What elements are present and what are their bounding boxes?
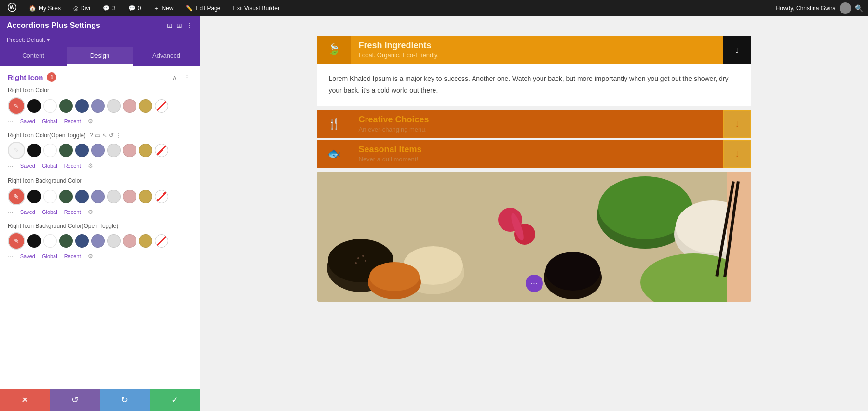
bg-swatch-black[interactable] <box>27 190 41 203</box>
color-more-dots-4[interactable]: ··· <box>8 252 14 260</box>
bg-ot-selected-swatch[interactable]: ✎ <box>8 232 25 250</box>
zero-comment-item[interactable]: 💬 0 <box>125 4 144 13</box>
sidebar-layout-icon[interactable]: ⊞ <box>176 22 182 29</box>
my-sites-item[interactable]: 🏠 My Sites <box>26 4 64 13</box>
exit-builder-item[interactable]: Exit Visual Builder <box>230 4 283 13</box>
color-recent-link-2[interactable]: Recent <box>64 163 81 169</box>
color-disabled-swatch-1[interactable]: ✎ <box>8 142 25 159</box>
ot-swatch-black-1[interactable] <box>27 144 41 157</box>
ot-swatch-lavender-1[interactable] <box>91 144 105 157</box>
undo-button[interactable]: ↺ <box>50 389 100 411</box>
edit-page-item[interactable]: ✏️ Edit Page <box>183 4 223 13</box>
accordion-toggle-1[interactable]: ↓ <box>723 36 751 64</box>
color-more-dots-2[interactable]: ··· <box>8 162 14 170</box>
color-saved-link-2[interactable]: Saved <box>20 163 35 169</box>
bg-swatch-gold[interactable] <box>139 190 152 203</box>
color-settings-icon-3[interactable]: ⚙ <box>88 209 93 215</box>
bg-swatch-white[interactable] <box>43 190 57 203</box>
redo-button[interactable]: ↻ <box>100 389 150 411</box>
color-settings-icon-2[interactable]: ⚙ <box>88 162 93 169</box>
sidebar-toolbar: ✕ ↺ ↻ ✓ <box>0 389 200 411</box>
avatar <box>840 2 851 14</box>
reset-icon-1[interactable]: ↺ <box>109 132 114 139</box>
color-settings-icon-1[interactable]: ⚙ <box>88 118 93 125</box>
food-image-section: ··· <box>317 172 751 302</box>
bg-swatch-lavender[interactable] <box>91 190 105 203</box>
accordion-toggle-2[interactable]: ↓ <box>723 110 751 138</box>
ot-swatch-pink-1[interactable] <box>123 144 136 157</box>
undo-icon: ↺ <box>71 395 79 405</box>
tab-content[interactable]: Content <box>0 47 67 66</box>
color-global-link-4[interactable]: Global <box>42 253 57 259</box>
bg-swatch-green[interactable] <box>59 190 73 203</box>
bg-swatch-clear[interactable] <box>155 190 168 203</box>
color-recent-link-4[interactable]: Recent <box>64 253 81 259</box>
food-image-overlay-button[interactable]: ··· <box>526 275 543 292</box>
bg-ot-swatch-lightgray[interactable] <box>107 234 121 248</box>
sidebar-menu-icon[interactable]: ⋮ <box>186 22 193 29</box>
bg-ot-swatch-blue[interactable] <box>75 234 89 248</box>
section-collapse-icon[interactable]: ∧ <box>170 73 179 82</box>
color-global-link-1[interactable]: Global <box>42 119 57 124</box>
accordion-header-3[interactable]: 🐟 Seasonal Items Never a dull moment! ↓ <box>317 140 751 168</box>
sidebar: Accordions Plus Settings ⊡ ⊞ ⋮ Preset: D… <box>0 16 200 411</box>
dots-icon-1[interactable]: ⋮ <box>116 132 122 139</box>
wp-logo-item[interactable]: W <box>5 2 19 14</box>
cursor-icon-1[interactable]: ↖ <box>102 132 107 139</box>
help-icon-1[interactable]: ? <box>90 132 93 139</box>
ot-swatch-gold-1[interactable] <box>139 144 152 157</box>
ot-swatch-lightgray-1[interactable] <box>107 144 121 157</box>
accordion-header-1[interactable]: 🍃 Fresh Ingredients Local. Organic. Eco-… <box>317 36 751 64</box>
comment-item[interactable]: 💬 3 <box>100 4 119 13</box>
color-recent-link-1[interactable]: Recent <box>64 119 81 124</box>
new-item[interactable]: ＋ New <box>150 3 176 13</box>
tab-design[interactable]: Design <box>67 47 133 66</box>
color-swatch-lavender-1[interactable] <box>91 99 105 113</box>
color-swatch-lightgray-1[interactable] <box>107 99 121 113</box>
color-swatch-gold-1[interactable] <box>139 99 152 113</box>
search-icon[interactable]: 🔍 <box>855 4 863 12</box>
save-button[interactable]: ✓ <box>150 389 200 411</box>
color-recent-link-3[interactable]: Recent <box>64 209 81 215</box>
bg-swatch-lightgray[interactable] <box>107 190 121 203</box>
ot-swatch-white-1[interactable] <box>43 144 57 157</box>
bg-ot-swatch-pink[interactable] <box>123 234 136 248</box>
bg-swatch-pink[interactable] <box>123 190 136 203</box>
ot-swatch-green-1[interactable] <box>59 144 73 157</box>
sidebar-restore-icon[interactable]: ⊡ <box>167 22 173 29</box>
bg-color-selected-swatch[interactable]: ✎ <box>8 188 25 205</box>
right-icon-badge: 1 <box>47 72 56 82</box>
color-more-dots-1[interactable]: ··· <box>8 118 14 125</box>
bg-swatch-blue[interactable] <box>75 190 89 203</box>
bg-ot-swatch-gold[interactable] <box>139 234 152 248</box>
section-menu-icon[interactable]: ⋮ <box>182 73 192 82</box>
color-more-dots-3[interactable]: ··· <box>8 208 14 216</box>
sidebar-preset[interactable]: Preset: Default ▾ <box>0 35 200 47</box>
bg-ot-swatch-green[interactable] <box>59 234 73 248</box>
color-swatch-clear-1[interactable] <box>155 99 168 113</box>
ot-swatch-blue-1[interactable] <box>75 144 89 157</box>
color-swatch-white-1[interactable] <box>43 99 57 113</box>
bg-ot-swatch-clear[interactable] <box>155 234 168 248</box>
bg-ot-swatch-white[interactable] <box>43 234 57 248</box>
color-swatch-black-1[interactable] <box>27 99 41 113</box>
color-saved-link-1[interactable]: Saved <box>20 119 35 124</box>
tab-advanced[interactable]: Advanced <box>133 47 200 66</box>
color-selected-swatch-1[interactable]: ✎ <box>8 97 25 115</box>
color-swatch-pink-1[interactable] <box>123 99 136 113</box>
color-swatch-green-1[interactable] <box>59 99 73 113</box>
color-global-link-3[interactable]: Global <box>42 209 57 215</box>
bg-ot-swatch-black[interactable] <box>27 234 41 248</box>
color-settings-icon-4[interactable]: ⚙ <box>88 253 93 260</box>
accordion-header-2[interactable]: 🍴 Creative Choices An ever-changing menu… <box>317 110 751 138</box>
ot-swatch-clear-1[interactable] <box>155 144 168 157</box>
tablet-icon-1[interactable]: ▭ <box>95 132 100 139</box>
color-global-link-2[interactable]: Global <box>42 163 57 169</box>
color-saved-link-3[interactable]: Saved <box>20 209 35 215</box>
cancel-button[interactable]: ✕ <box>0 389 50 411</box>
color-swatch-blue-1[interactable] <box>75 99 89 113</box>
color-saved-link-4[interactable]: Saved <box>20 253 35 259</box>
divi-item[interactable]: ◎ Divi <box>70 4 93 13</box>
bg-ot-swatch-lavender[interactable] <box>91 234 105 248</box>
accordion-toggle-3[interactable]: ↓ <box>723 140 751 168</box>
